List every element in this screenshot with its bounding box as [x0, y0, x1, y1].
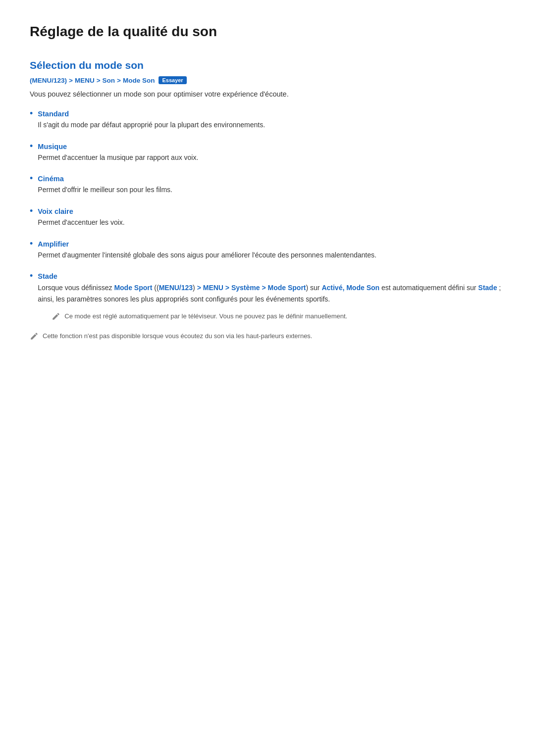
list-item-amplifier: • Amplifier Permet d'augmenter l'intensi…	[30, 237, 505, 270]
stade-stade-ref: Stade	[478, 284, 497, 292]
intro-text: Vous pouvez sélectionner un mode son pou…	[30, 90, 505, 98]
note-item-outer: Cette fonction n'est pas disponible lors…	[30, 331, 505, 341]
list-item-title-stade: Stade	[38, 272, 505, 280]
breadcrumb-sep2: >	[97, 77, 101, 84]
pencil-icon-outer	[30, 332, 39, 341]
bullet-amplifier: •	[30, 238, 33, 250]
list-item-standard: • Standard Il s'agit du mode par défaut …	[30, 107, 505, 140]
breadcrumb-sep1: >	[69, 77, 73, 84]
stade-menu: MENU	[203, 284, 223, 292]
breadcrumb-son: Son	[103, 77, 115, 84]
list-item-desc-standard: Il s'agit du mode par défaut approprié p…	[38, 120, 505, 131]
stade-mode-sport: Mode Sport	[268, 284, 306, 292]
stade-sep3: >	[262, 284, 266, 292]
stade-sep2: >	[225, 284, 229, 292]
bullet-stade: •	[30, 270, 33, 282]
list-item-desc-musique: Permet d'accentuer la musique par rappor…	[38, 152, 505, 163]
list-item-content-amplifier: Amplifier Permet d'augmenter l'intensité…	[38, 237, 505, 270]
list-item-desc-cinema: Permet d'offrir le meilleur son pour les…	[38, 185, 505, 196]
note-item-inner: Ce mode est réglé automatiquement par le…	[52, 311, 505, 321]
breadcrumb-menu123: (MENU/123)	[30, 77, 67, 84]
outer-note: Cette fonction n'est pas disponible lors…	[30, 331, 505, 341]
stade-sep1: >	[197, 284, 201, 292]
stade-desc: Lorsque vous définissez Mode Sport ((MEN…	[38, 282, 505, 304]
list-item-cinema: • Cinéma Permet d'offrir le meilleur son…	[30, 172, 505, 204]
breadcrumb-sep3: >	[117, 77, 121, 84]
stade-menu123: MENU/123	[159, 284, 193, 292]
breadcrumb: (MENU/123) > MENU > Son > Mode Son Essay…	[30, 76, 505, 84]
note-text-inner: Ce mode est réglé automatiquement par le…	[64, 311, 347, 321]
breadcrumb-menu: MENU	[75, 77, 95, 84]
note-text-outer: Cette fonction n'est pas disponible lors…	[43, 331, 312, 341]
list-item-content-standard: Standard Il s'agit du mode par défaut ap…	[38, 107, 505, 140]
stade-mode-sport-ref: Mode Sport	[114, 284, 152, 292]
pencil-icon-inner	[52, 312, 60, 321]
bullet-standard: •	[30, 107, 33, 120]
list-item-desc-voixclaire: Permet d'accentuer les voix.	[38, 217, 505, 228]
list-item-title-cinema: Cinéma	[38, 175, 505, 183]
breadcrumb-mode-son: Mode Son	[123, 77, 155, 84]
list-item-stade: • Stade Lorsque vous définissez Mode Spo…	[30, 269, 505, 326]
essayer-badge[interactable]: Essayer	[159, 76, 186, 84]
mode-list: • Standard Il s'agit du mode par défaut …	[30, 107, 505, 326]
list-item-content-voixclaire: Voix claire Permet d'accentuer les voix.	[38, 204, 505, 237]
list-item-title-musique: Musique	[38, 143, 505, 151]
bullet-musique: •	[30, 140, 33, 152]
stade-active: Activé, Mode Son	[321, 284, 379, 292]
list-item-voixclaire: • Voix claire Permet d'accentuer les voi…	[30, 204, 505, 237]
list-item-title-voixclaire: Voix claire	[38, 207, 505, 215]
list-item-musique: • Musique Permet d'accentuer la musique …	[30, 140, 505, 172]
bullet-cinema: •	[30, 172, 33, 185]
stade-inner-note: Ce mode est réglé automatiquement par le…	[52, 311, 505, 321]
list-item-desc-amplifier: Permet d'augmenter l'intensité globale d…	[38, 250, 505, 261]
page-title: Réglage de la qualité du son	[30, 24, 505, 40]
section-title: Sélection du mode son	[30, 59, 505, 71]
stade-systeme: Système	[231, 284, 260, 292]
bullet-voixclaire: •	[30, 205, 33, 217]
list-item-title-standard: Standard	[38, 110, 505, 118]
list-item-content-stade: Stade Lorsque vous définissez Mode Sport…	[38, 269, 505, 326]
list-item-content-cinema: Cinéma Permet d'offrir le meilleur son p…	[38, 172, 505, 204]
list-item-title-amplifier: Amplifier	[38, 240, 505, 248]
list-item-content-musique: Musique Permet d'accentuer la musique pa…	[38, 140, 505, 172]
